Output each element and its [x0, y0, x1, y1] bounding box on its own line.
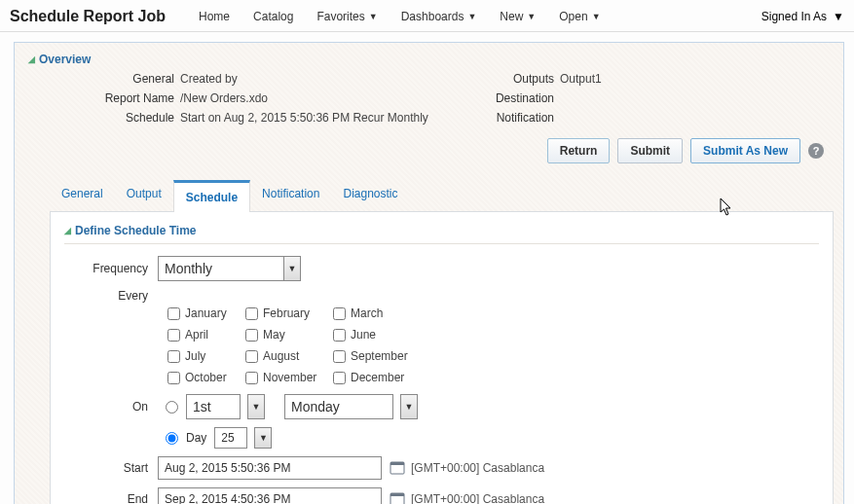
month-march[interactable]: March: [333, 306, 430, 320]
overview-value-notification: [560, 111, 755, 125]
nav-dashboards[interactable]: Dashboards▼: [391, 8, 487, 25]
start-timezone: [GMT+00:00] Casablanca: [411, 461, 544, 475]
overview-label-general: General: [34, 72, 180, 86]
return-button[interactable]: Return: [547, 138, 611, 163]
chevron-down-icon: ▼: [592, 12, 601, 21]
calendar-icon[interactable]: [390, 491, 405, 504]
tab-schedule[interactable]: Schedule: [173, 180, 250, 212]
nav-catalog[interactable]: Catalog: [243, 8, 303, 25]
tab-notification[interactable]: Notification: [250, 179, 331, 211]
month-october[interactable]: October: [167, 371, 245, 384]
overview-value-outputs: Output1: [560, 72, 755, 86]
top-nav: Schedule Report Job Home Catalog Favorit…: [0, 0, 854, 32]
checkbox[interactable]: [167, 350, 180, 363]
chevron-down-icon: ▼: [369, 12, 378, 21]
chevron-down-icon: ▼: [833, 10, 844, 23]
on-day-radio[interactable]: [166, 432, 178, 445]
day-select[interactable]: 25: [214, 427, 247, 449]
overview-value-report-name: /New Orders.xdo: [180, 91, 463, 105]
overview-summary: General Created by Outputs Output1 Repor…: [24, 72, 834, 125]
overview-header[interactable]: ◢Overview: [24, 51, 834, 72]
tab-output[interactable]: Output: [115, 179, 173, 211]
weekday-select[interactable]: Monday: [284, 394, 393, 419]
signed-in-menu[interactable]: Signed In As▼: [761, 10, 844, 23]
month-november[interactable]: November: [245, 371, 333, 384]
overview-label-report-name: Report Name: [34, 91, 180, 105]
frequency-select-button[interactable]: ▼: [283, 256, 301, 281]
overview-value-general: Created by: [180, 72, 463, 86]
svg-rect-1: [390, 462, 404, 465]
month-checkbox-group: January February March April May June Ju…: [167, 306, 819, 384]
month-january[interactable]: January: [167, 306, 245, 320]
overview-value-destination: [560, 91, 755, 105]
ordinal-select[interactable]: 1st: [186, 394, 241, 419]
checkbox[interactable]: [245, 372, 258, 384]
schedule-panel: ◢Define Schedule Time Frequency Monthly …: [50, 211, 834, 504]
overview-label-notification: Notification: [463, 111, 560, 125]
help-icon[interactable]: ?: [808, 143, 824, 159]
checkbox[interactable]: [245, 307, 258, 320]
chevron-down-icon: ▼: [252, 402, 261, 412]
tab-bar: General Output Schedule Notification Dia…: [24, 179, 834, 211]
checkbox[interactable]: [333, 350, 346, 363]
chevron-down-icon: ▼: [288, 264, 297, 273]
content-frame: ◢Overview General Created by Outputs Out…: [14, 42, 844, 504]
overview-label-outputs: Outputs: [463, 72, 560, 86]
month-june[interactable]: June: [333, 328, 430, 342]
overview-value-schedule: Start on Aug 2, 2015 5:50:36 PM Recur Mo…: [180, 111, 463, 125]
disclosure-icon: ◢: [64, 226, 71, 235]
checkbox[interactable]: [167, 372, 180, 384]
month-july[interactable]: July: [167, 349, 245, 363]
month-february[interactable]: February: [245, 306, 333, 320]
svg-rect-3: [390, 493, 404, 496]
end-timezone: [GMT+00:00] Casablanca: [411, 492, 544, 504]
frequency-label: Frequency: [64, 262, 158, 275]
month-august[interactable]: August: [245, 349, 333, 363]
checkbox[interactable]: [167, 329, 180, 342]
checkbox[interactable]: [245, 350, 258, 363]
weekday-select-button[interactable]: ▼: [400, 394, 418, 419]
overview-label-destination: Destination: [463, 91, 560, 105]
month-september[interactable]: September: [333, 349, 430, 363]
start-label: Start: [64, 461, 158, 475]
month-may[interactable]: May: [245, 328, 333, 342]
chevron-down-icon: ▼: [467, 12, 476, 21]
month-december[interactable]: December: [333, 371, 430, 384]
tab-general[interactable]: General: [50, 179, 115, 211]
frequency-select[interactable]: Monthly: [158, 256, 284, 281]
every-label: Every: [64, 289, 158, 303]
end-label: End: [64, 492, 158, 504]
checkbox[interactable]: [333, 329, 346, 342]
submit-as-new-button[interactable]: Submit As New: [690, 138, 800, 163]
page-title: Schedule Report Job: [10, 8, 166, 25]
chevron-down-icon: ▼: [405, 402, 414, 412]
nav-open[interactable]: Open▼: [549, 8, 610, 25]
ordinal-select-button[interactable]: ▼: [247, 394, 265, 419]
tab-diagnostic[interactable]: Diagnostic: [331, 179, 409, 211]
section-schedule-time[interactable]: ◢Define Schedule Time: [64, 222, 819, 244]
checkbox[interactable]: [333, 307, 346, 320]
checkbox[interactable]: [333, 372, 346, 384]
nav-home[interactable]: Home: [189, 8, 240, 25]
day-select-button[interactable]: ▼: [254, 427, 272, 449]
checkbox[interactable]: [167, 307, 180, 320]
on-ordinal-radio[interactable]: [166, 401, 178, 414]
action-buttons: Return Submit Submit As New ?: [24, 125, 834, 173]
day-label: Day: [186, 431, 206, 445]
on-label: On: [64, 400, 158, 414]
chevron-down-icon: ▼: [527, 12, 536, 21]
overview-label-schedule: Schedule: [34, 111, 180, 125]
calendar-icon[interactable]: [390, 460, 405, 476]
end-input[interactable]: [158, 487, 382, 504]
checkbox[interactable]: [245, 329, 258, 342]
month-april[interactable]: April: [167, 328, 245, 342]
nav-new[interactable]: New▼: [490, 8, 545, 25]
nav-favorites[interactable]: Favorites▼: [307, 8, 387, 25]
disclosure-icon: ◢: [28, 54, 35, 64]
start-input[interactable]: [158, 456, 382, 480]
chevron-down-icon: ▼: [259, 433, 268, 443]
submit-button[interactable]: Submit: [617, 138, 683, 163]
